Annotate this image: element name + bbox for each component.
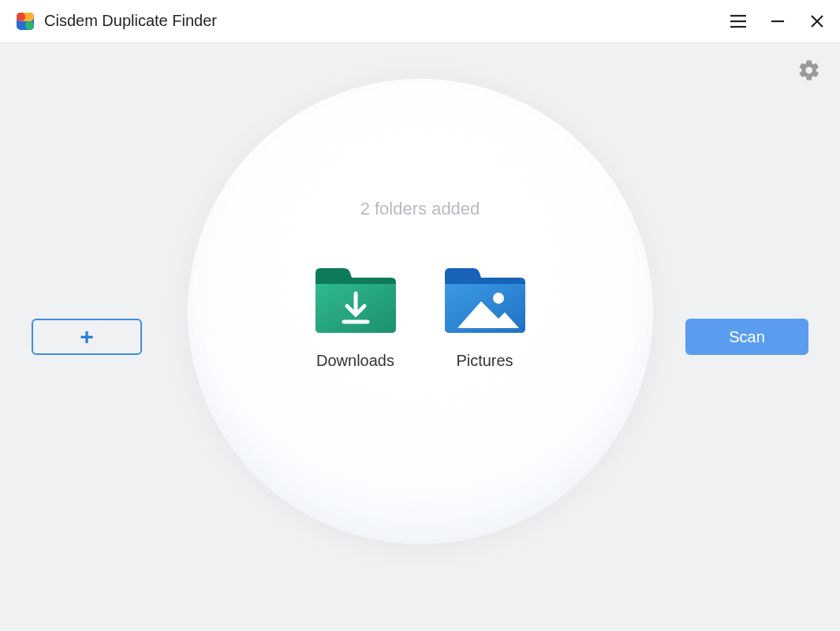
app-logo-icon (14, 10, 36, 32)
menu-icon[interactable] (730, 13, 747, 30)
svg-rect-3 (25, 21, 34, 30)
close-icon[interactable] (808, 13, 826, 30)
folder-label: Pictures (456, 352, 513, 370)
scan-button[interactable]: Scan (685, 319, 808, 355)
add-folder-button[interactable]: + (32, 319, 142, 355)
app-title: Cisdem Duplicate Finder (44, 12, 217, 30)
window-controls (730, 13, 826, 30)
folders-list: Downloads (312, 267, 528, 370)
folder-item-pictures[interactable]: Pictures (442, 267, 528, 370)
gear-icon[interactable] (797, 58, 821, 82)
svg-point-13 (493, 293, 504, 304)
folder-item-downloads[interactable]: Downloads (312, 267, 399, 370)
pictures-folder-icon (442, 267, 528, 336)
scan-button-label: Scan (729, 328, 765, 346)
svg-rect-2 (17, 13, 25, 21)
minimize-icon[interactable] (769, 13, 786, 30)
titlebar: Cisdem Duplicate Finder (0, 0, 840, 43)
status-text: 2 folders added (360, 199, 480, 219)
downloads-folder-icon (312, 267, 399, 336)
workspace: 2 folders added (0, 43, 840, 631)
stage-circle: 2 folders added (188, 79, 653, 544)
plus-icon: + (80, 323, 94, 350)
folder-label: Downloads (316, 352, 394, 370)
